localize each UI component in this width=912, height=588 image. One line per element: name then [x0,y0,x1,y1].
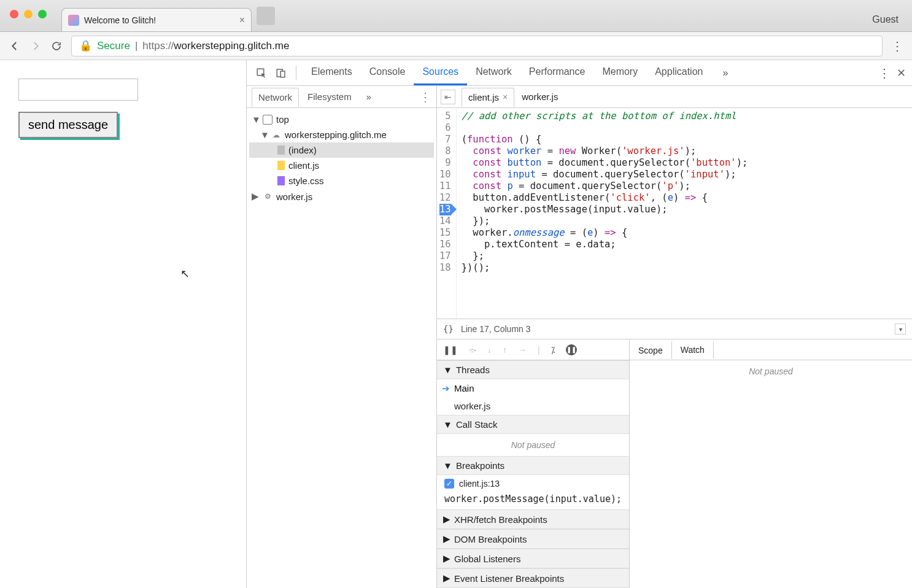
file-tab-clientjs[interactable]: client.js× [462,88,514,107]
step-icon[interactable]: → [518,345,527,355]
browser-tabstrip: Welcome to Glitch! × Guest [0,0,912,32]
window-zoom-button[interactable] [38,10,47,18]
code-editor[interactable]: 56789101112131415161718 // add other scr… [437,108,912,319]
dbg-section-xhr-fetch-breakpoints[interactable]: ▶XHR/fetch Breakpoints [437,509,629,529]
tree-node-worker[interactable]: ▶⚙worker.js [249,188,434,204]
navigator-menu-icon[interactable]: ⋮ [419,90,431,104]
pause-on-exceptions-icon[interactable]: ❚❚ [566,344,577,355]
devtools-tab-console[interactable]: Console [361,60,414,85]
devtools-panel: ElementsConsoleSourcesNetworkPerformance… [247,60,912,588]
devtools-tab-sources[interactable]: Sources [414,60,467,85]
forward-button[interactable] [29,40,42,52]
lock-icon: 🔒 [79,39,92,52]
devtools-tab-performance[interactable]: Performance [520,60,594,85]
profile-label[interactable]: Guest [859,8,912,31]
svg-rect-2 [280,71,285,77]
thread-worker[interactable]: worker.js [437,397,629,415]
breakpoints-header[interactable]: ▼Breakpoints [437,456,629,475]
device-toggle-icon[interactable] [272,64,290,82]
send-message-button[interactable]: send message [18,112,118,138]
pretty-print-icon[interactable]: {} [443,324,454,334]
tree-node-domain[interactable]: ▼☁workerstepping.glitch.me [249,127,434,142]
devtools-tab-application[interactable]: Application [646,60,711,85]
devtools-menu-button[interactable]: ⋮ [878,66,891,80]
threads-header[interactable]: ▼Threads [437,360,629,379]
back-button[interactable] [9,40,21,52]
callstack-header[interactable]: ▼Call Stack [437,415,629,434]
browser-menu-button[interactable]: ⋮ [891,39,903,53]
tree-file-index[interactable]: (index) [249,142,434,158]
devtools-tab-elements[interactable]: Elements [303,60,361,85]
editor-statusbar: {} Line 17, Column 3 ▾ [437,319,912,339]
devtools-tab-network[interactable]: Network [467,60,520,85]
devtools-tab-memory[interactable]: Memory [593,60,646,85]
file-tab-workerjs[interactable]: worker.js [516,88,564,106]
page-viewport: send message ↖ [0,60,247,588]
inspect-element-icon[interactable] [253,64,270,82]
tree-file-clientjs[interactable]: client.js [249,158,434,173]
dbg-section-dom-breakpoints[interactable]: ▶DOM Breakpoints [437,529,629,549]
dbg-section-global-listeners[interactable]: ▶Global Listeners [437,549,629,568]
tab-title: Welcome to Glitch! [84,15,156,25]
message-input[interactable] [18,79,138,101]
scope-tab[interactable]: Scope [630,341,672,359]
devtools-more-tabs[interactable]: » [714,61,736,85]
sources-navigator: Network Filesystem » ⋮ ▼top ▼☁workerstep… [247,86,437,588]
pause-icon[interactable]: ❚❚ [443,345,458,355]
tree-file-stylecss[interactable]: style.css [249,173,434,188]
cursor-position: Line 17, Column 3 [461,324,531,334]
step-over-icon[interactable]: ⤼ [469,345,476,355]
favicon-icon [68,15,79,26]
dbg-section-event-listener-breakpoints[interactable]: ▶Event Listener Breakpoints [437,568,629,588]
new-tab-button[interactable] [257,7,275,25]
tab-close-icon[interactable]: × [239,15,245,26]
open-files-tabs: ⇤ client.js× worker.js [437,86,912,108]
watch-tab[interactable]: Watch [672,341,714,358]
navigator-tab-network[interactable]: Network [252,88,299,107]
step-into-icon[interactable]: ↓ [487,345,492,355]
browser-tab[interactable]: Welcome to Glitch! × [61,8,252,31]
close-tab-icon[interactable]: × [503,92,508,102]
navigator-more-icon[interactable]: » [360,88,377,106]
tree-node-top[interactable]: ▼top [249,112,434,127]
breakpoint-checkbox[interactable]: ✓ [444,479,454,489]
toggle-navigator-icon[interactable]: ⇤ [441,90,455,104]
coverage-icon[interactable]: ▾ [895,323,906,335]
debugger-right-pane: Scope Watch Not paused [630,339,912,588]
secure-label: Secure [97,40,130,52]
devtools-close-icon[interactable]: ✕ [897,66,906,80]
step-out-icon[interactable]: ↑ [503,345,507,355]
window-close-button[interactable] [10,10,18,18]
url-input[interactable]: 🔒 Secure | https://workerstepping.glitch… [71,36,883,56]
navigator-tab-filesystem[interactable]: Filesystem [301,88,358,106]
window-minimize-button[interactable] [24,10,33,18]
breakpoint-code: worker.postMessage(input.value); [437,492,629,509]
callstack-empty: Not paused [437,434,629,456]
reload-button[interactable] [50,40,63,52]
address-bar: 🔒 Secure | https://workerstepping.glitch… [0,32,912,60]
debugger-left-pane: ❚❚ ⤼ ↓ ↑ → | ⁒ ❚❚ ▼Threads Main worker.j… [437,339,630,588]
deactivate-breakpoints-icon[interactable]: ⁒ [551,345,555,355]
breakpoint-item[interactable]: ✓ client.js:13 [437,475,629,492]
devtools-tabbar: ElementsConsoleSourcesNetworkPerformance… [247,60,912,86]
debugger-toolbar: ❚❚ ⤼ ↓ ↑ → | ⁒ ❚❚ [437,339,629,360]
cursor-icon: ↖ [180,267,190,280]
scope-empty: Not paused [630,360,912,382]
thread-main[interactable]: Main [437,379,629,397]
